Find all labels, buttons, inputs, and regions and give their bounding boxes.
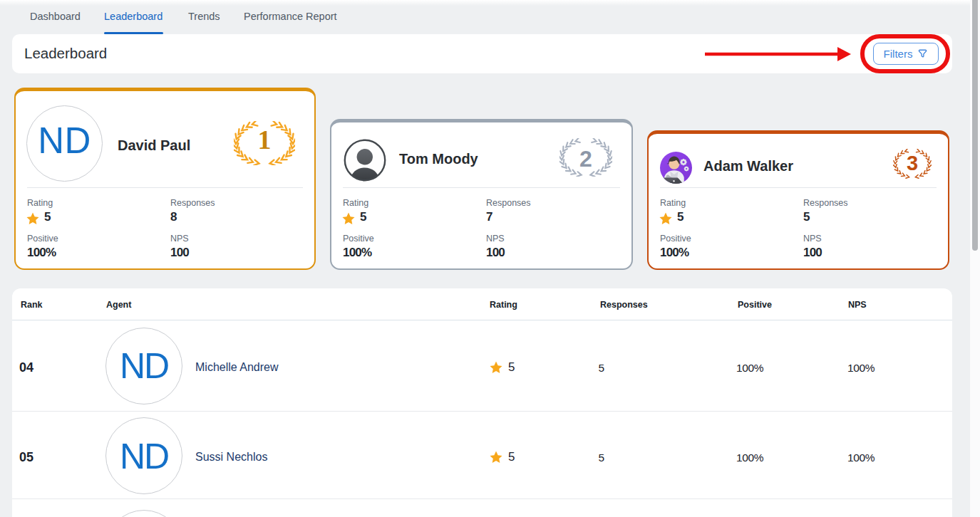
svg-text:3: 3 (907, 152, 918, 174)
svg-text:2: 2 (579, 146, 592, 172)
svg-text:1: 1 (258, 125, 272, 155)
